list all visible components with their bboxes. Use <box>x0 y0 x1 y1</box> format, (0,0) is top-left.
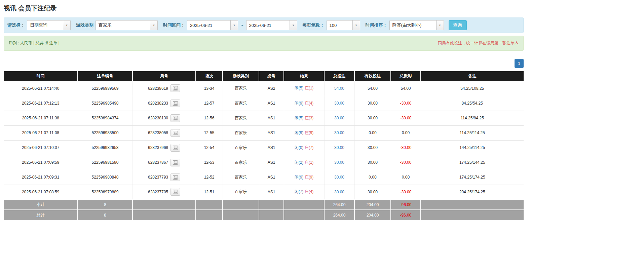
empty-cell <box>259 199 284 210</box>
result-banker: 庄(7) <box>305 145 314 150</box>
total-bet-link[interactable]: 30.00 <box>334 130 344 135</box>
empty-cell <box>196 199 223 210</box>
video-replay-icon[interactable] <box>171 144 180 152</box>
total-bet-link[interactable]: 30.00 <box>334 160 344 165</box>
chevron-down-icon[interactable]: ▾ <box>290 21 297 30</box>
round-id-text: 628238619 <box>148 86 168 91</box>
grand-total-row: 总计 8 264.00 204.00 -96.00 <box>4 210 524 220</box>
total-bet-link[interactable]: 30.00 <box>334 190 344 194</box>
cell-round-id: 628238233 <box>132 96 196 111</box>
result-player: 闲(5) <box>295 116 304 120</box>
cell-table-no: AS1 <box>259 170 284 185</box>
result-banker: 庄(4) <box>305 101 314 106</box>
result-player: 闲(2) <box>295 160 304 165</box>
cell-session: 12-52 <box>196 170 223 185</box>
video-replay-icon[interactable] <box>171 173 180 181</box>
video-replay-icon[interactable] <box>171 188 180 196</box>
empty-cell <box>284 199 324 210</box>
video-replay-icon[interactable] <box>171 129 180 137</box>
result-banker: 庄(3) <box>305 116 314 120</box>
header-round-id: 局号 <box>132 71 196 81</box>
total-bet-link[interactable]: 54.00 <box>334 86 344 91</box>
cell-note: 114.25/84.25 <box>421 111 524 125</box>
cell-round-id: 628238130 <box>132 111 196 125</box>
round-id-text: 628238130 <box>148 116 168 120</box>
cell-game-type: 百家乐 <box>223 125 259 140</box>
cell-valid-bet: 0.00 <box>354 125 391 140</box>
chevron-down-icon[interactable]: ▾ <box>230 21 238 30</box>
header-table-no: 桌号 <box>259 71 284 81</box>
grand-total-count: 8 <box>78 210 132 220</box>
cell-total-bet: 30.00 <box>324 170 354 185</box>
chevron-down-icon[interactable]: ▾ <box>150 21 157 30</box>
cell-result: 闲(0) 庄(7) <box>284 140 324 155</box>
chevron-down-icon[interactable]: ▾ <box>63 21 70 30</box>
date-from-select[interactable]: 2025-06-21 ▾ <box>187 20 238 30</box>
page-button-1[interactable]: 1 <box>515 59 524 68</box>
total-bet-link[interactable]: 30.00 <box>334 116 344 120</box>
empty-cell <box>223 199 259 210</box>
cell-payout: -30.00 <box>391 111 421 125</box>
valid-bet-note: 同局有效投注，统一计算在该局第一张注单内 <box>438 40 519 46</box>
table-row: 2025-06-21 07:10:37 522596982653 6282379… <box>4 140 524 155</box>
cell-bet-id: 522596983500 <box>78 125 132 140</box>
game-type-select[interactable]: 百家乐 ▾ <box>96 20 158 30</box>
subtotal-row: 小计 8 264.00 204.00 -96.00 <box>4 199 524 210</box>
chevron-down-icon[interactable]: ▾ <box>352 21 360 30</box>
table-row: 2025-06-21 07:14:40 522596989569 6282386… <box>4 81 524 96</box>
search-button[interactable]: 查询 <box>449 20 467 30</box>
result-banker: 庄(9) <box>305 130 314 135</box>
cell-game-type: 百家乐 <box>223 96 259 111</box>
cell-time: 2025-06-21 07:11:38 <box>4 111 78 125</box>
cell-total-bet: 30.00 <box>324 185 354 199</box>
video-replay-icon[interactable] <box>171 159 180 166</box>
cell-time: 2025-06-21 07:08:59 <box>4 185 78 199</box>
header-valid-bet: 有效投注 <box>354 71 391 81</box>
video-replay-icon[interactable] <box>171 114 180 122</box>
cell-time: 2025-06-21 07:10:37 <box>4 140 78 155</box>
summary-bar: 币别 : 人民币 | 总共 :8 注单 | 同局有效投注，统一计算在该局第一张注… <box>4 36 524 51</box>
cell-time: 2025-06-21 07:14:40 <box>4 81 78 96</box>
cell-payout: 0.00 <box>391 170 421 185</box>
total-bet-link[interactable]: 30.00 <box>334 101 344 106</box>
cell-session: 13-34 <box>196 81 223 96</box>
table-body: 2025-06-21 07:14:40 522596989569 6282386… <box>4 81 524 199</box>
table-row: 2025-06-21 07:08:59 522596979889 6282377… <box>4 185 524 199</box>
cell-table-no: AS2 <box>259 81 284 96</box>
per-page-select[interactable]: 100 ▾ <box>327 20 360 30</box>
cell-payout: 54.00 <box>391 81 421 96</box>
header-note: 备注 <box>421 71 524 81</box>
cell-valid-bet: 30.00 <box>354 155 391 170</box>
query-type-select[interactable]: 日期查询 ▾ <box>27 20 71 30</box>
total-bet-link[interactable]: 30.00 <box>334 145 344 150</box>
cell-table-no: AS1 <box>259 125 284 140</box>
subtotal-total-bet: 264.00 <box>324 199 354 210</box>
cell-session: 12-54 <box>196 140 223 155</box>
cell-table-no: AS1 <box>259 96 284 111</box>
cell-table-no: AS1 <box>259 111 284 125</box>
cell-session: 12-57 <box>196 96 223 111</box>
cell-round-id: 628237867 <box>132 155 196 170</box>
cell-result: 闲(5) 庄(3) <box>284 111 324 125</box>
chevron-down-icon[interactable]: ▾ <box>436 21 444 30</box>
total-bet-link[interactable]: 30.00 <box>334 175 344 180</box>
round-id-text: 628238058 <box>148 130 168 135</box>
query-type-label: 请选择： <box>7 22 25 28</box>
video-replay-icon[interactable] <box>171 100 180 107</box>
round-id-text: 628237705 <box>148 190 168 194</box>
date-to-select[interactable]: 2025-06-21 ▾ <box>246 20 297 30</box>
empty-cell <box>223 210 259 220</box>
sort-select[interactable]: 降幂(由大到小) ▾ <box>389 20 444 30</box>
cell-round-id: 628238058 <box>132 125 196 140</box>
video-replay-icon[interactable] <box>171 84 180 92</box>
cell-valid-bet: 30.00 <box>354 96 391 111</box>
result-player: 闲(9) <box>295 175 304 180</box>
cell-bet-id: 522596989569 <box>78 81 132 96</box>
cell-note: 174.25/144.25 <box>421 155 524 170</box>
game-type-label: 游戏类别 <box>76 22 93 28</box>
empty-cell <box>132 210 196 220</box>
header-total-bet: 总投注 <box>324 71 354 81</box>
header-session: 场次 <box>196 71 223 81</box>
cell-total-bet: 30.00 <box>324 140 354 155</box>
date-from-value: 2025-06-21 <box>187 21 230 30</box>
